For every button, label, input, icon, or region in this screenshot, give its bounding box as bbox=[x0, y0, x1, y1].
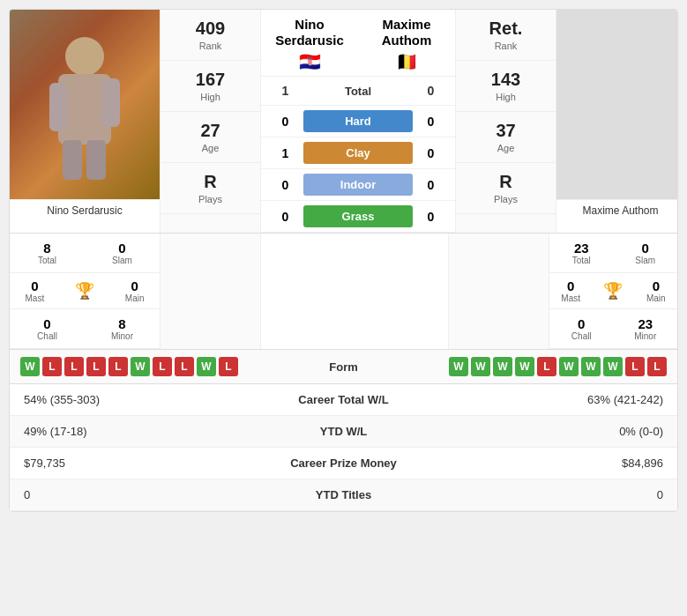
stats-right-val-3: 0 bbox=[432, 488, 664, 501]
left-main-value: 0 bbox=[111, 278, 158, 293]
svg-rect-4 bbox=[63, 140, 82, 180]
name-header-row: Nino Serdarusic 🇭🇷 Maxime Authom 🇧🇪 bbox=[261, 10, 455, 77]
right-mast-main: 0 Mast 🏆 0 Main bbox=[549, 273, 677, 309]
right-main-cell: 0 Main bbox=[635, 273, 677, 308]
left-main-label: Main bbox=[111, 293, 158, 303]
right-age-block: 37 Age bbox=[456, 112, 556, 163]
indoor-right-score: 0 bbox=[420, 178, 442, 192]
left-age-label: Age bbox=[164, 143, 257, 153]
form-badge-l: L bbox=[175, 357, 194, 376]
left-mast-main: 0 Mast 🏆 0 Main bbox=[10, 273, 160, 309]
form-badge-w: W bbox=[197, 357, 216, 376]
clay-badge: Clay bbox=[303, 142, 413, 164]
stats-center-label-3: YTD Titles bbox=[256, 488, 432, 501]
right-age-value: 37 bbox=[459, 121, 552, 141]
svg-rect-2 bbox=[49, 83, 67, 131]
left-player-name-label: Nino Serdarusic bbox=[10, 199, 160, 221]
stats-left-val-0: 54% (355-303) bbox=[24, 393, 256, 406]
form-badge-l: L bbox=[625, 357, 645, 376]
player-silhouette-left bbox=[32, 26, 138, 184]
total-left-score: 1 bbox=[274, 84, 296, 98]
right-high-value: 143 bbox=[459, 70, 552, 90]
right-total-label: Total bbox=[551, 256, 612, 265]
svg-rect-3 bbox=[102, 78, 120, 127]
right-trophy-icon: 🏆 bbox=[592, 276, 634, 306]
stats-row-1: 49% (17-18)YTD W/L0% (0-0) bbox=[10, 416, 677, 448]
form-badge-w: W bbox=[131, 357, 150, 376]
right-minor-value: 23 bbox=[616, 316, 676, 331]
center-spacer bbox=[261, 234, 448, 349]
total-label: Total bbox=[296, 85, 420, 98]
right-player-photo-col: Maxime Authom bbox=[556, 10, 678, 233]
form-badge-l: L bbox=[219, 357, 238, 376]
form-badge-w: W bbox=[449, 357, 468, 376]
form-badge-w: W bbox=[493, 357, 512, 376]
right-mast-cell: 0 Mast bbox=[549, 273, 592, 308]
right-form-badges: WWWWLWWWLL bbox=[449, 357, 667, 376]
surface-row-hard: 0 Hard 0 bbox=[261, 105, 455, 137]
surfaces-section: 1 Total 0 0 Hard 0 1 Clay 0 0 Indoor bbox=[261, 77, 455, 233]
left-slam-label: Slam bbox=[86, 256, 158, 265]
right-total-value: 23 bbox=[551, 241, 612, 256]
right-plays-value: R bbox=[459, 172, 552, 192]
left-slam-value: 0 bbox=[86, 241, 158, 256]
right-chall-cell: 0 Chall bbox=[549, 309, 614, 348]
right-flag: 🇧🇪 bbox=[363, 51, 450, 72]
right-total-slam: 23 Total 0 Slam bbox=[549, 234, 677, 273]
left-age-block: 27 Age bbox=[161, 112, 260, 163]
left-high-label: High bbox=[164, 92, 257, 102]
right-plays-label: Plays bbox=[459, 194, 552, 204]
left-chall-cell: 0 Chall bbox=[10, 309, 85, 348]
stats-row-2: $79,735Career Prize Money$84,896 bbox=[10, 448, 677, 479]
left-form-badges: WLLLLWLLWL bbox=[20, 357, 238, 376]
stats-left-val-3: 0 bbox=[24, 488, 256, 501]
left-rank-value: 409 bbox=[164, 19, 257, 39]
form-badge-l: L bbox=[64, 357, 84, 376]
left-chall-minor: 0 Chall 8 Minor bbox=[10, 309, 160, 349]
stats-right-val-0: 63% (421-242) bbox=[432, 393, 664, 406]
left-chall-label: Chall bbox=[11, 331, 83, 341]
stats-table: 54% (355-303)Career Total W/L63% (421-24… bbox=[10, 383, 677, 511]
left-total-slam: 8 Total 0 Slam bbox=[10, 234, 160, 273]
stats-row-0: 54% (355-303)Career Total W/L63% (421-24… bbox=[10, 384, 677, 416]
right-plays-block: R Plays bbox=[456, 163, 556, 214]
indoor-badge: Indoor bbox=[303, 174, 413, 196]
hard-badge: Hard bbox=[303, 110, 413, 132]
left-flag: 🇭🇷 bbox=[266, 51, 353, 72]
right-player-name: Maxime Authom bbox=[363, 17, 450, 48]
left-chall-value: 0 bbox=[11, 316, 83, 331]
left-rank-label: Rank bbox=[164, 41, 257, 51]
top-section: Nino Serdarusic 409 Rank 167 High 27 Age… bbox=[10, 10, 677, 233]
indoor-left-score: 0 bbox=[274, 178, 296, 192]
form-badge-l: L bbox=[42, 357, 62, 376]
right-stats-col: Ret. Rank 143 High 37 Age R Plays bbox=[455, 10, 556, 233]
left-plays-value: R bbox=[164, 172, 257, 192]
right-main-label: Main bbox=[637, 293, 676, 303]
clay-right-score: 0 bbox=[420, 146, 442, 160]
left-player-name: Nino Serdarusic bbox=[266, 17, 353, 48]
right-mast-label: Mast bbox=[551, 293, 590, 303]
clay-left-score: 1 bbox=[274, 146, 296, 160]
right-name-header: Maxime Authom 🇧🇪 bbox=[358, 10, 455, 76]
left-name-header: Nino Serdarusic 🇭🇷 bbox=[261, 10, 358, 76]
form-badge-l: L bbox=[647, 357, 667, 376]
left-total-label: Total bbox=[11, 256, 83, 265]
form-badge-w: W bbox=[559, 357, 579, 376]
form-label: Form bbox=[329, 360, 358, 374]
left-mast-value: 0 bbox=[11, 278, 58, 293]
grass-badge: Grass bbox=[303, 205, 413, 227]
left-minor-label: Minor bbox=[86, 331, 158, 341]
total-row: 1 Total 0 bbox=[261, 77, 455, 105]
stats-right-val-1: 0% (0-0) bbox=[432, 425, 664, 438]
right-slam-value: 0 bbox=[616, 241, 676, 256]
match-container: Nino Serdarusic 409 Rank 167 High 27 Age… bbox=[9, 9, 678, 512]
surface-row-clay: 1 Clay 0 bbox=[261, 137, 455, 168]
left-trophy-icon: 🏆 bbox=[60, 276, 110, 306]
right-player-name-label: Maxime Authom bbox=[556, 199, 678, 221]
left-player-photo bbox=[10, 10, 160, 199]
stats-left-val-2: $79,735 bbox=[24, 456, 256, 470]
right-chall-value: 0 bbox=[551, 316, 612, 331]
right-rank-block: Ret. Rank bbox=[456, 10, 556, 61]
form-badge-l: L bbox=[86, 357, 106, 376]
form-badge-l: L bbox=[537, 357, 556, 376]
